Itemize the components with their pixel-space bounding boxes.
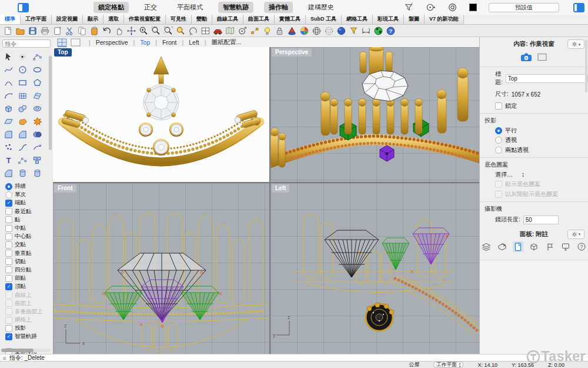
color-wheel-icon[interactable] <box>299 26 309 36</box>
menu-toggle-3[interactable]: 智慧軌跡 <box>218 2 253 13</box>
check-control[interactable]: ✓ <box>5 200 12 207</box>
ribbon-tab-9[interactable]: 曲面工具 <box>243 15 275 24</box>
polygon-tool-icon[interactable] <box>31 77 44 88</box>
check-control[interactable] <box>5 300 12 307</box>
check-control[interactable] <box>5 308 12 315</box>
point-tool-icon[interactable] <box>16 51 29 62</box>
sidebar-scrollbar[interactable] <box>585 39 587 92</box>
ribbon-tab-15[interactable]: V7 的新功能 <box>425 15 464 24</box>
check-control[interactable] <box>5 250 12 257</box>
lens-length-input[interactable] <box>523 216 559 224</box>
layers-panel-icon[interactable] <box>481 241 492 252</box>
check-control[interactable] <box>5 208 12 215</box>
undo-icon[interactable] <box>102 26 112 36</box>
save-icon[interactable] <box>28 26 38 36</box>
wallpaper-select[interactable]: 選擇… ▴▾ <box>495 171 588 179</box>
check-control[interactable]: ✓ <box>5 333 12 340</box>
osnap-item-8[interactable]: 垂直點 <box>5 250 52 257</box>
radio-control[interactable] <box>495 147 502 154</box>
scroll-panel-icon[interactable] <box>544 241 555 252</box>
zoom-window-icon[interactable] <box>151 26 161 36</box>
viewport-top-label[interactable]: Top <box>54 48 72 57</box>
open-file-icon[interactable] <box>15 26 25 36</box>
box-tool-icon[interactable] <box>2 103 15 114</box>
osnap-item-12[interactable]: ✓頂點 <box>5 283 52 290</box>
text-object-tool-icon[interactable]: T <box>2 155 15 166</box>
check-control[interactable] <box>5 266 12 273</box>
osnap-item-6[interactable]: 中心點 <box>5 233 52 240</box>
viewport-top[interactable]: Top <box>53 47 269 182</box>
viewport-properties-icon[interactable] <box>520 52 532 63</box>
ribbon-tab-1[interactable]: 工作平面 <box>21 15 52 24</box>
display-preset-field[interactable]: 預設值 <box>489 3 559 12</box>
ribbon-tab-4[interactable]: 選取 <box>103 15 124 24</box>
help-panel-icon[interactable]: ? <box>576 241 587 252</box>
arc-tool-icon[interactable] <box>2 90 15 101</box>
color-swatch-icon[interactable] <box>469 4 477 11</box>
ribbon-tab-8[interactable]: 曲線工具 <box>212 15 243 24</box>
pipe-tool-icon[interactable] <box>16 168 29 179</box>
sphere-tool-icon[interactable] <box>16 103 29 114</box>
menu-toggle-0[interactable]: 鎖定格點 <box>93 2 129 13</box>
four-viewports-icon[interactable] <box>56 38 68 47</box>
units-label[interactable]: 公釐 <box>409 361 419 368</box>
select-tool-icon[interactable] <box>2 51 15 62</box>
osnap-item-0[interactable]: 持續 <box>5 183 52 190</box>
radio-control[interactable] <box>5 191 12 198</box>
projection-option-2[interactable]: 兩點透視 <box>495 146 588 154</box>
circle-tool-icon[interactable] <box>16 64 29 75</box>
ribbon-tab-14[interactable]: 製圖 <box>404 15 425 24</box>
viewport-tab-perspective[interactable]: Perspective <box>96 39 128 46</box>
check-control[interactable] <box>5 241 12 248</box>
ellipse-tool-icon[interactable] <box>31 64 44 75</box>
check-control[interactable]: ✓ <box>5 283 12 290</box>
viewport-tab-[interactable]: 圖紙配置... <box>212 38 242 47</box>
osnap-item-9[interactable]: 切點 <box>5 258 52 266</box>
orient-icon[interactable] <box>238 26 248 36</box>
display-panel-icon[interactable] <box>560 241 571 252</box>
check-control[interactable] <box>5 225 12 232</box>
osnap-item-3[interactable]: 最近點 <box>5 208 52 216</box>
sheets-panel-icon[interactable] <box>497 241 507 252</box>
point-cloud-tool-icon[interactable] <box>2 142 15 153</box>
print-icon[interactable] <box>40 26 50 36</box>
block-tool-icon[interactable] <box>31 155 44 166</box>
sidebar-toggle-icon[interactable] <box>573 3 584 12</box>
cut-icon[interactable] <box>65 26 75 36</box>
wallpaper-option-0[interactable]: 顯示底色圖案 <box>495 180 588 188</box>
blend-curve-tool-icon[interactable] <box>16 142 29 153</box>
shaded-viewport-icon[interactable] <box>287 26 297 36</box>
radio-control[interactable] <box>495 137 502 144</box>
edit-points-tool-icon[interactable] <box>16 155 29 166</box>
rendered-viewport-icon[interactable] <box>336 26 346 36</box>
osnap-item-11[interactable]: 節點 <box>5 274 52 282</box>
viewport-front-label[interactable]: Front <box>54 184 76 193</box>
earth-anchor-point-icon[interactable] <box>373 26 383 36</box>
note-panel-icon[interactable] <box>513 241 523 252</box>
menu-toggle-4[interactable]: 操作軸 <box>264 2 293 13</box>
curved-surface-tool-icon[interactable] <box>31 90 44 101</box>
extrude-tool-icon[interactable] <box>2 168 15 179</box>
new-file-icon[interactable] <box>3 26 13 36</box>
menu-toggle-2[interactable]: 平面模式 <box>172 2 208 13</box>
osnap-item-14[interactable]: 曲面上 <box>5 300 52 307</box>
zoom-extents-icon[interactable] <box>163 26 173 36</box>
menu-toggle-1[interactable]: 正交 <box>139 2 162 13</box>
rotate-view-icon[interactable] <box>126 26 136 36</box>
viewport-front[interactable]: Front <box>53 183 269 354</box>
cylinder-tool-icon[interactable] <box>31 168 44 179</box>
viewport-title-input[interactable] <box>506 74 588 83</box>
osnap-item-13[interactable]: 曲線上 <box>5 291 52 299</box>
selection-filter-icon[interactable] <box>349 26 359 36</box>
ribbon-tab-6[interactable]: 可見性 <box>166 15 192 24</box>
ribbon-tab-3[interactable]: 顯示 <box>83 15 103 24</box>
fillet-edge-tool-icon[interactable] <box>2 129 15 140</box>
command-input[interactable] <box>2 39 51 48</box>
radio-control[interactable] <box>495 127 502 134</box>
viewport-tab-front[interactable]: Front <box>162 39 177 46</box>
zoom-selected-icon[interactable] <box>176 26 186 36</box>
ghosted-viewport-icon[interactable] <box>324 26 334 36</box>
check-control[interactable] <box>5 325 12 332</box>
ribbon-tab-10[interactable]: 實體工具 <box>275 15 306 24</box>
torus-tool-icon[interactable] <box>31 103 44 114</box>
